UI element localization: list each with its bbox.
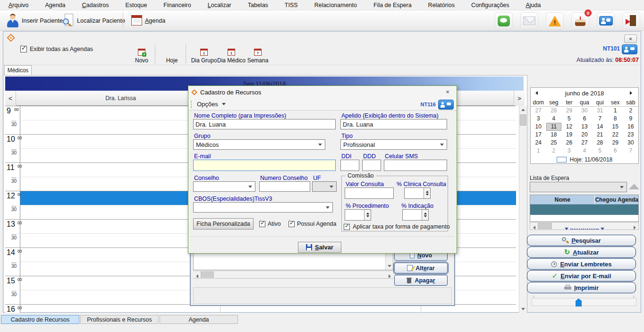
- grupo-select[interactable]: Médicos: [193, 139, 325, 150]
- menu-item-configuracoes[interactable]: Configurações: [471, 2, 509, 9]
- hoje-button[interactable]: Hoje: [160, 45, 184, 64]
- insert-patient-button[interactable]: Inserir Paciente: [4, 12, 66, 29]
- calendar-day[interactable]: 27: [531, 107, 546, 115]
- tipo-select[interactable]: Profissional: [340, 139, 447, 150]
- menu-item-fila-de-espera[interactable]: Fila de Espera: [373, 2, 412, 9]
- calendar-day[interactable]: 8: [608, 115, 623, 123]
- scroll-left-icon[interactable]: [194, 272, 200, 280]
- birthday-cake-icon[interactable]: 0: [571, 12, 589, 29]
- show-all-agendas-checkbox[interactable]: ✓ Exibir todas as Agendas: [20, 46, 93, 52]
- waitlist-dropdown[interactable]: [530, 182, 627, 192]
- calendar-day-selected[interactable]: 11: [546, 123, 562, 131]
- menu-item-localizar[interactable]: Localizar: [208, 2, 231, 9]
- valor-consulta-input[interactable]: [345, 187, 394, 199]
- procedimento-spinner[interactable]: [345, 209, 371, 221]
- calendar-day[interactable]: 5: [592, 147, 608, 155]
- tab-profissionais-e-recursos[interactable]: Profissionais e Recursos: [80, 315, 159, 324]
- calendar-day[interactable]: 4: [546, 115, 562, 123]
- taxa-checkbox[interactable]: ✓ Aplicar taxa por forma de pagamento: [344, 223, 450, 230]
- calendar-day[interactable]: 5: [561, 115, 577, 123]
- calendar-day[interactable]: 3: [531, 115, 546, 123]
- calendar-day[interactable]: 2: [546, 147, 562, 155]
- calendar-day[interactable]: 28: [592, 139, 608, 147]
- calendar-day[interactable]: 4: [577, 147, 593, 155]
- next-month-icon[interactable]: [630, 91, 634, 95]
- scroll-down-icon[interactable]: [519, 305, 527, 313]
- enviar-email-button[interactable]: ✓ Enviar por E-mail: [527, 270, 636, 281]
- waitlist-expand-icon[interactable]: [629, 184, 639, 189]
- calendar-day[interactable]: 28: [546, 107, 562, 115]
- uf-select[interactable]: [312, 181, 337, 192]
- scroll-right-button[interactable]: >: [514, 91, 525, 106]
- cbos-select[interactable]: [193, 202, 333, 213]
- opcoes-menu[interactable]: Opções: [197, 101, 226, 108]
- table-row[interactable]: [530, 204, 638, 215]
- scrollbar-thumb[interactable]: [520, 114, 526, 126]
- atualizar-button[interactable]: ↻ Atualizar: [527, 247, 636, 258]
- scroll-left-icon[interactable]: [531, 224, 537, 231]
- calendar-day[interactable]: 23: [623, 131, 638, 139]
- calendar-day[interactable]: 25: [546, 139, 562, 147]
- possui-agenda-checkbox[interactable]: ✓ Possui Agenda: [288, 221, 336, 227]
- novo-button[interactable]: + Novo: [131, 45, 153, 64]
- menu-item-relatorios[interactable]: Relatórios: [428, 2, 455, 9]
- ativo-checkbox[interactable]: ✓ Ativo: [259, 221, 281, 227]
- mail-icon[interactable]: [520, 12, 538, 29]
- calendar-day[interactable]: 30: [623, 139, 638, 147]
- calendar-day[interactable]: 10: [531, 123, 546, 131]
- calendar-day[interactable]: 2: [623, 107, 638, 115]
- dialog-close-icon[interactable]: ×: [443, 88, 452, 95]
- ficha-personalizada-button[interactable]: Ficha Personalizada: [193, 218, 254, 230]
- conselho-select[interactable]: [193, 181, 255, 192]
- calendar-day[interactable]: 6: [577, 115, 593, 123]
- calendar-day[interactable]: 7: [592, 115, 608, 123]
- splitter-handle[interactable]: [565, 228, 604, 230]
- calendar-day[interactable]: 30: [577, 107, 593, 115]
- calendar-day[interactable]: 13: [577, 123, 593, 131]
- chat-bubble-icon[interactable]: [495, 12, 513, 29]
- menu-item-ajuda[interactable]: Ajuda: [526, 2, 541, 9]
- scroll-left-button[interactable]: <: [5, 91, 16, 106]
- calendar-day[interactable]: 22: [608, 131, 623, 139]
- menu-item-tabelas[interactable]: Tabelas: [248, 2, 268, 9]
- calendar-day[interactable]: 18: [546, 131, 562, 139]
- list-horizontal-scrollbar[interactable]: [193, 271, 393, 279]
- messages-icon[interactable]: [622, 44, 637, 54]
- scroll-down-icon[interactable]: [386, 262, 393, 270]
- salvar-button[interactable]: Salvar: [298, 242, 341, 253]
- clinica-consulta-spinner[interactable]: [404, 187, 431, 199]
- calendar-day[interactable]: 26: [561, 139, 577, 147]
- zoom-slider[interactable]: [532, 298, 636, 306]
- calendar-day[interactable]: 14: [592, 123, 608, 131]
- email-input[interactable]: [193, 160, 336, 171]
- dia-medico-button[interactable]: 1 Dia Médico: [218, 45, 245, 64]
- calendar-day[interactable]: 17: [531, 131, 546, 139]
- menu-item-financeiro[interactable]: Financeiro: [163, 2, 191, 9]
- enviar-lembretes-button[interactable]: Enviar Lembretes: [527, 258, 636, 270]
- calendar-day[interactable]: 16: [623, 123, 638, 131]
- scroll-right-icon[interactable]: [632, 224, 637, 231]
- menu-item-arquivo[interactable]: Arquivo: [8, 2, 28, 9]
- calendar-day[interactable]: 15: [608, 123, 623, 131]
- calendar-day[interactable]: 24: [531, 139, 546, 147]
- apelido-input[interactable]: [340, 119, 447, 129]
- ddi-input[interactable]: [340, 160, 359, 171]
- calendar-day[interactable]: 12: [561, 123, 577, 131]
- find-patient-button[interactable]: Localizar Paciente: [60, 12, 128, 29]
- calendar-day[interactable]: 19: [561, 131, 577, 139]
- calendar-day[interactable]: 3: [561, 147, 577, 155]
- today-row[interactable]: Hoje: 11/06/2018: [531, 155, 638, 164]
- agenda-vertical-scrollbar[interactable]: [519, 106, 527, 313]
- scroll-right-icon[interactable]: [387, 272, 392, 280]
- calendar-day[interactable]: 1: [608, 107, 623, 115]
- calendar-day[interactable]: 20: [577, 131, 593, 139]
- menu-item-tiss[interactable]: TISS: [285, 2, 298, 9]
- messages-icon[interactable]: [438, 100, 454, 110]
- dia-grupo-button[interactable]: 1 Dia Grupo: [190, 45, 218, 64]
- ddd-input[interactable]: [362, 160, 381, 171]
- calendar-day[interactable]: 31: [592, 107, 608, 115]
- pesquisar-button[interactable]: Pesquisar: [527, 235, 636, 246]
- alterar-button[interactable]: Alterar: [394, 263, 448, 273]
- menu-item-estoque[interactable]: Estoque: [125, 2, 147, 9]
- calendar-day[interactable]: 7: [623, 147, 638, 155]
